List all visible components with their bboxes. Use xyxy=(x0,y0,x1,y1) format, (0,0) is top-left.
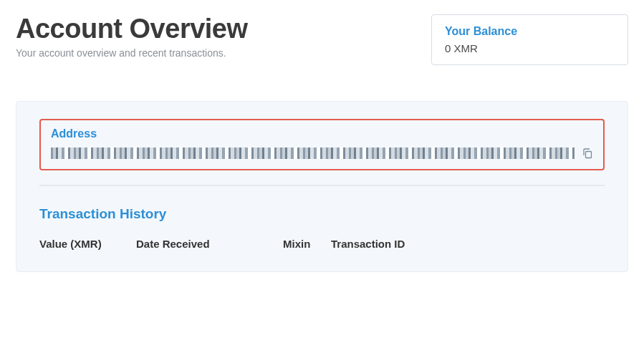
column-header-value: Value (XMR) xyxy=(39,238,136,250)
copy-icon[interactable] xyxy=(582,147,593,159)
address-row xyxy=(51,147,593,159)
transaction-history-headers: Value (XMR) Date Received Mixin Transact… xyxy=(39,238,605,250)
balance-value: 0 XMR xyxy=(445,42,615,54)
address-value-obscured xyxy=(51,147,575,159)
balance-title: Your Balance xyxy=(445,25,615,38)
address-section: Address xyxy=(39,119,605,170)
transaction-history-title: Transaction History xyxy=(39,206,605,222)
page-title: Account Overview xyxy=(16,14,431,44)
header-left: Account Overview Your account overview a… xyxy=(16,14,431,59)
svg-rect-0 xyxy=(586,152,592,158)
page-subtitle: Your account overview and recent transac… xyxy=(16,47,431,59)
main-panel: Address Transaction History Value (XMR) … xyxy=(16,101,628,272)
header-row: Account Overview Your account overview a… xyxy=(16,14,628,65)
balance-box: Your Balance 0 XMR xyxy=(431,14,628,65)
column-header-txid: Transaction ID xyxy=(331,238,605,250)
address-title: Address xyxy=(51,127,593,140)
section-divider xyxy=(39,185,605,186)
column-header-mixin: Mixin xyxy=(283,238,331,250)
column-header-date: Date Received xyxy=(136,238,283,250)
